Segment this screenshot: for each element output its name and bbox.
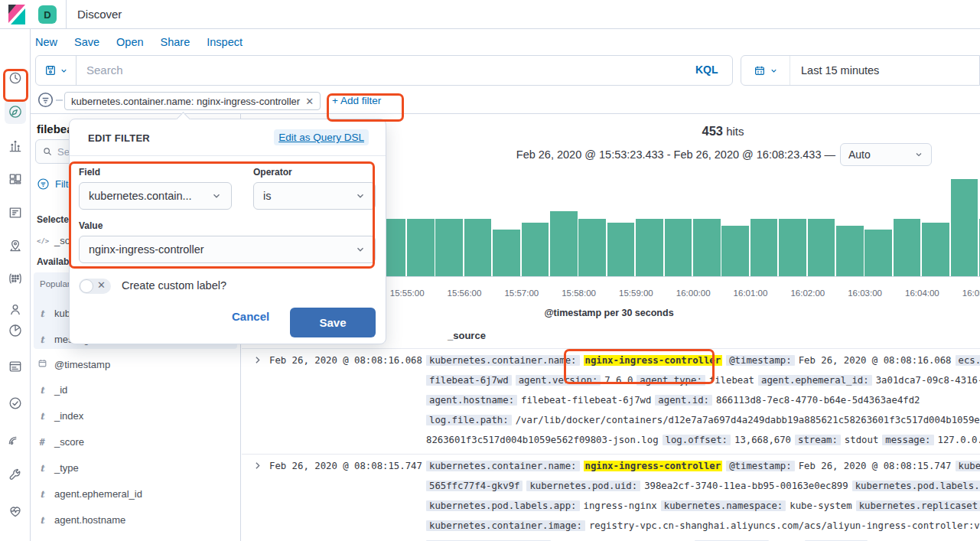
field-item[interactable]: tagent.ephemeral_id xyxy=(37,488,142,500)
remove-filter-icon[interactable]: ✕ xyxy=(305,96,314,107)
field-item[interactable]: @timestamp xyxy=(37,358,110,370)
operator-select[interactable]: is xyxy=(253,182,376,210)
app-nav-rail xyxy=(0,29,31,541)
documents-table: Time _source Feb 26, 2020 @ 08:08:16.068… xyxy=(242,321,980,541)
field-name-badge: kubernetes.container.name: xyxy=(426,461,580,471)
histogram-bar[interactable] xyxy=(721,226,749,276)
histogram-bar[interactable] xyxy=(808,219,835,276)
doc-source-line: kubernetes.container.name:nginx-ingress-… xyxy=(426,461,980,471)
field-name-badge: kubernetes.pod.labels.pod-t xyxy=(852,481,980,491)
histogram-bar[interactable] xyxy=(493,230,520,276)
histogram-bar[interactable] xyxy=(894,219,921,276)
visualize-chart-icon[interactable] xyxy=(6,137,24,155)
query-language-button[interactable]: KQL xyxy=(695,64,718,76)
uptime-check-icon[interactable] xyxy=(6,394,24,412)
menu-item-open[interactable]: Open xyxy=(116,36,143,48)
maps-pin-icon[interactable] xyxy=(6,236,24,255)
field-type-icon: t xyxy=(37,463,47,474)
filter-options-icon[interactable] xyxy=(37,91,54,112)
field-value: 7.6.0 xyxy=(604,375,633,386)
edit-as-query-dsl-link[interactable]: Edit as Query DSL xyxy=(274,129,369,145)
field-name-badge: agent.id: xyxy=(655,395,712,406)
field-type-icon: t xyxy=(37,515,47,526)
filter-icon xyxy=(37,178,50,191)
field-item[interactable]: t_index xyxy=(37,410,83,422)
histogram-bar[interactable] xyxy=(779,219,806,276)
field-select[interactable]: kubernetes.contain... xyxy=(79,182,232,210)
date-picker[interactable]: Last 15 minutes xyxy=(741,55,980,86)
histogram-bar[interactable] xyxy=(522,223,549,277)
query-bar[interactable]: Search KQL xyxy=(35,55,733,86)
field-value: ingress-nginx xyxy=(584,500,657,511)
doc-source-line: log.file.path:/var/lib/docker/containers… xyxy=(426,415,980,425)
chevron-down-icon xyxy=(770,67,778,75)
add-filter-button[interactable]: + Add filter xyxy=(332,95,381,106)
saved-query-menu[interactable] xyxy=(36,56,77,85)
time-range-label[interactable]: Last 15 minutes xyxy=(790,64,879,77)
monitoring-heartbeat-icon[interactable] xyxy=(6,502,24,520)
field-value: 8263601f3c517d004b1059e562f09803-json.lo… xyxy=(426,435,659,445)
recent-clock-icon[interactable] xyxy=(6,69,24,87)
field-value: registry-vpc.cn-shanghai.aliyuncs.com/ac… xyxy=(589,520,980,531)
canvas-icon[interactable] xyxy=(6,204,24,222)
cancel-button[interactable]: Cancel xyxy=(232,310,269,323)
field-item[interactable]: #_score xyxy=(37,436,84,448)
space-badge[interactable]: D xyxy=(38,5,57,24)
interval-select[interactable]: Auto xyxy=(840,143,932,166)
edit-filter-popover: EDIT FILTER Edit as Query DSL Field kube… xyxy=(69,119,386,344)
histogram-bar[interactable] xyxy=(864,230,892,276)
discover-compass-icon[interactable] xyxy=(6,103,24,121)
menu-item-inspect[interactable]: Inspect xyxy=(207,36,243,48)
logs-window-icon[interactable] xyxy=(6,357,24,376)
save-button[interactable]: Save xyxy=(290,308,376,337)
field-type-icon: t xyxy=(37,308,47,319)
histogram-bar[interactable] xyxy=(636,219,663,276)
value-select[interactable]: nginx-ingress-controller xyxy=(79,236,376,263)
dashboard-icon[interactable] xyxy=(6,170,24,188)
histogram-bar[interactable] xyxy=(607,223,635,277)
doc-source-line: kubernetes.container.image:registry-vpc.… xyxy=(426,520,980,531)
discover-menu: NewSaveOpenShareInspect xyxy=(35,36,243,48)
machine-learning-icon[interactable] xyxy=(6,269,24,288)
menu-item-new[interactable]: New xyxy=(35,36,57,48)
field-select-value: kubernetes.contain... xyxy=(89,190,192,202)
field-type-icon: # xyxy=(37,437,47,448)
top-header: D Discover xyxy=(0,0,980,29)
custom-label-toggle[interactable]: ✕ xyxy=(79,279,111,294)
histogram-bar[interactable] xyxy=(665,219,692,276)
toggle-off-icon: ✕ xyxy=(97,279,106,291)
histogram-bar[interactable] xyxy=(578,219,606,276)
histogram-bar[interactable] xyxy=(550,211,578,276)
field-value: kube-system xyxy=(790,500,851,511)
menu-item-save[interactable]: Save xyxy=(74,36,99,48)
histogram-bar[interactable] xyxy=(750,219,778,276)
histogram-bar[interactable] xyxy=(951,179,978,276)
field-item[interactable]: tagent.hostname xyxy=(37,514,125,526)
metrics-pie-icon[interactable] xyxy=(6,321,24,340)
source-column-header[interactable]: _source xyxy=(448,330,486,341)
histogram-bar[interactable] xyxy=(922,223,949,277)
kibana-logo-icon[interactable] xyxy=(6,3,28,29)
graph-user-icon[interactable] xyxy=(6,300,24,318)
apm-signal-icon[interactable] xyxy=(6,430,24,448)
histogram-bar[interactable] xyxy=(435,219,463,276)
histogram-bar[interactable] xyxy=(836,226,864,276)
chevron-down-icon xyxy=(355,191,366,201)
histogram-bar[interactable] xyxy=(407,219,435,276)
field-item[interactable]: t_id xyxy=(37,384,67,396)
toggle-knob xyxy=(80,279,93,293)
devtools-wrench-icon[interactable] xyxy=(6,466,24,484)
histogram-bar[interactable] xyxy=(693,219,721,276)
date-picker-menu[interactable] xyxy=(741,56,790,85)
filter-pill[interactable]: kubernetes.container.name: nginx-ingress… xyxy=(64,92,321,110)
menu-item-share[interactable]: Share xyxy=(161,36,190,48)
calendar-icon xyxy=(37,358,47,370)
histogram-bar[interactable] xyxy=(464,219,492,276)
breadcrumb: Discover xyxy=(77,8,122,21)
doc-source-line: kubernetes.pod.labels.app:ingress-nginxk… xyxy=(426,500,980,511)
field-item[interactable]: t_type xyxy=(37,462,79,474)
search-input[interactable]: Search xyxy=(86,64,123,77)
expand-row-icon[interactable] xyxy=(252,354,262,368)
expand-row-icon[interactable] xyxy=(252,460,262,474)
field-name-badge: kubernetes.pod.labels.app: xyxy=(426,500,580,511)
